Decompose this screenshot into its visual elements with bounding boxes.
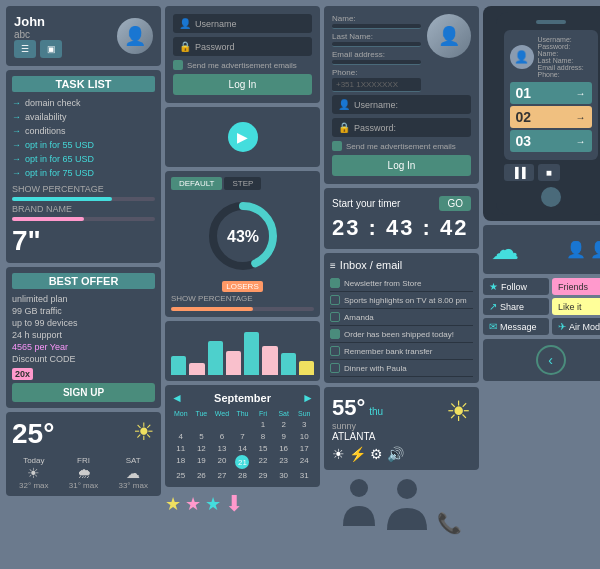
form-email-field[interactable] xyxy=(332,60,421,65)
temperature-card: 25° ☀ Today ☀ 32° max FRI 🌧 31° max SAT … xyxy=(6,412,161,496)
cal-day-empty-3 xyxy=(212,419,232,430)
login-button-2[interactable]: Log In xyxy=(332,155,471,176)
friends-label: Friends xyxy=(558,282,588,292)
checkbox[interactable] xyxy=(173,60,183,70)
nav-arrow: ‹ xyxy=(548,352,553,368)
cal-header-sun: Sun xyxy=(294,409,314,418)
form-phone-field[interactable]: +351 1XXXXXXX xyxy=(332,78,421,92)
bar-1 xyxy=(171,356,186,375)
weather2-icon-sun[interactable]: ☀ xyxy=(332,446,345,462)
login-button-1[interactable]: Log In xyxy=(173,74,312,95)
cal-day-26[interactable]: 26 xyxy=(192,470,212,481)
likeit-button[interactable]: Like it xyxy=(552,298,600,315)
cal-day-13[interactable]: 13 xyxy=(212,443,232,454)
inbox-check-1[interactable] xyxy=(330,278,340,288)
calendar-next[interactable]: ► xyxy=(302,391,314,405)
cal-day-1[interactable]: 1 xyxy=(253,419,273,430)
nav-back-button[interactable]: ‹ xyxy=(536,345,566,375)
message-icon: ✉ xyxy=(489,321,497,332)
cal-day-14[interactable]: 14 xyxy=(233,443,253,454)
tab-step[interactable]: STEP xyxy=(224,177,261,190)
progress-label: SHOW PERCENTAGE xyxy=(171,294,314,303)
pct-bar-2 xyxy=(12,217,155,221)
cal-day-17[interactable]: 17 xyxy=(294,443,314,454)
airmode-button[interactable]: ✈ Air Mode xyxy=(552,318,600,335)
inbox-check-6[interactable] xyxy=(330,363,340,373)
phone-arrow-1: → xyxy=(576,88,586,99)
cal-day-6[interactable]: 6 xyxy=(212,431,232,442)
cal-day-18[interactable]: 18 xyxy=(171,455,191,469)
task-label-6: opt in for 75 USD xyxy=(25,168,94,178)
cal-day-7[interactable]: 7 xyxy=(233,431,253,442)
friends-button[interactable]: Friends xyxy=(552,278,600,295)
cal-day-22[interactable]: 22 xyxy=(253,455,273,469)
inbox-card: ≡ Inbox / email Newsletter from Store Sp… xyxy=(324,253,479,383)
avatar: 👤 xyxy=(117,18,153,54)
weather2-icon-bolt[interactable]: ⚡ xyxy=(349,446,366,462)
form-name-field[interactable] xyxy=(332,24,421,29)
timer-go-button[interactable]: GO xyxy=(439,196,471,211)
phone-pause-btn[interactable]: ▐▐ xyxy=(504,164,534,181)
menu-icons: ☰ ▣ xyxy=(14,40,109,58)
phone-name-label: Name: xyxy=(538,50,592,57)
cal-day-23[interactable]: 23 xyxy=(274,455,294,469)
username-field-2[interactable]: 👤 Username: xyxy=(332,95,471,114)
cal-day-5[interactable]: 5 xyxy=(192,431,212,442)
cal-day-4[interactable]: 4 xyxy=(171,431,191,442)
inbox-check-3[interactable] xyxy=(330,312,340,322)
download-icon[interactable]: ⬇ xyxy=(225,491,243,517)
checkbox-row-2: Send me advertisement emails xyxy=(332,141,471,151)
share-label: Share xyxy=(500,302,524,312)
password-field-2[interactable]: 🔒 Password: xyxy=(332,118,471,137)
cal-day-empty-4 xyxy=(233,419,253,430)
inbox-check-2[interactable] xyxy=(330,295,340,305)
cal-day-11[interactable]: 11 xyxy=(171,443,191,454)
cal-day-20[interactable]: 20 xyxy=(212,455,232,469)
cal-day-28[interactable]: 28 xyxy=(233,470,253,481)
cal-day-19[interactable]: 19 xyxy=(192,455,212,469)
cal-day-27[interactable]: 27 xyxy=(212,470,232,481)
timer-display: 23 : 43 : 42 xyxy=(332,215,471,241)
cal-day-9[interactable]: 9 xyxy=(274,431,294,442)
calendar-prev[interactable]: ◄ xyxy=(171,391,183,405)
phone-stop-btn[interactable]: ■ xyxy=(538,164,560,181)
checkbox-2[interactable] xyxy=(332,141,342,151)
cal-day-16[interactable]: 16 xyxy=(274,443,294,454)
username-field[interactable]: 👤 Username xyxy=(173,14,312,33)
weather-icon-2: 🌧 xyxy=(62,465,106,481)
menu-icon-1[interactable]: ☰ xyxy=(14,40,36,58)
cal-day-24[interactable]: 24 xyxy=(294,455,314,469)
tab-default[interactable]: DEFAULT xyxy=(171,177,222,190)
form-lastname-field[interactable] xyxy=(332,42,421,47)
inbox-check-5[interactable] xyxy=(330,346,340,356)
cal-day-29[interactable]: 29 xyxy=(253,470,273,481)
weather2-icon-sound[interactable]: 🔊 xyxy=(387,446,404,462)
cal-day-21-today[interactable]: 21 xyxy=(235,455,249,469)
password-field[interactable]: 🔒 Password xyxy=(173,37,312,56)
message-button[interactable]: ✉ Message xyxy=(483,318,549,335)
cal-day-2[interactable]: 2 xyxy=(274,419,294,430)
pct-bar-1 xyxy=(12,197,155,201)
menu-icon-2[interactable]: ▣ xyxy=(40,40,62,58)
task-item-3: → conditions xyxy=(12,124,155,138)
play-button[interactable]: ▶ xyxy=(228,122,258,152)
cal-day-15[interactable]: 15 xyxy=(253,443,273,454)
signup-button[interactable]: SIGN UP xyxy=(12,383,155,402)
cal-day-25[interactable]: 25 xyxy=(171,470,191,481)
cal-day-12[interactable]: 12 xyxy=(192,443,212,454)
phone-home-btn[interactable] xyxy=(541,187,561,207)
follow-button[interactable]: ★ Follow xyxy=(483,278,549,295)
phone-arrow-3: → xyxy=(576,136,586,147)
offer-item-5: 4565 per Year xyxy=(12,341,155,353)
share-button[interactable]: ↗ Share xyxy=(483,298,549,315)
cal-day-31[interactable]: 31 xyxy=(294,470,314,481)
cal-day-10[interactable]: 10 xyxy=(294,431,314,442)
cal-day-30[interactable]: 30 xyxy=(274,470,294,481)
inbox-check-4[interactable] xyxy=(330,329,340,339)
weather2-icon-settings[interactable]: ⚙ xyxy=(370,446,383,462)
cal-day-empty-2 xyxy=(192,419,212,430)
weather-temp-3: 33° max xyxy=(111,481,155,490)
cal-day-8[interactable]: 8 xyxy=(253,431,273,442)
cal-day-3[interactable]: 3 xyxy=(294,419,314,430)
cal-day-empty-1 xyxy=(171,419,191,430)
